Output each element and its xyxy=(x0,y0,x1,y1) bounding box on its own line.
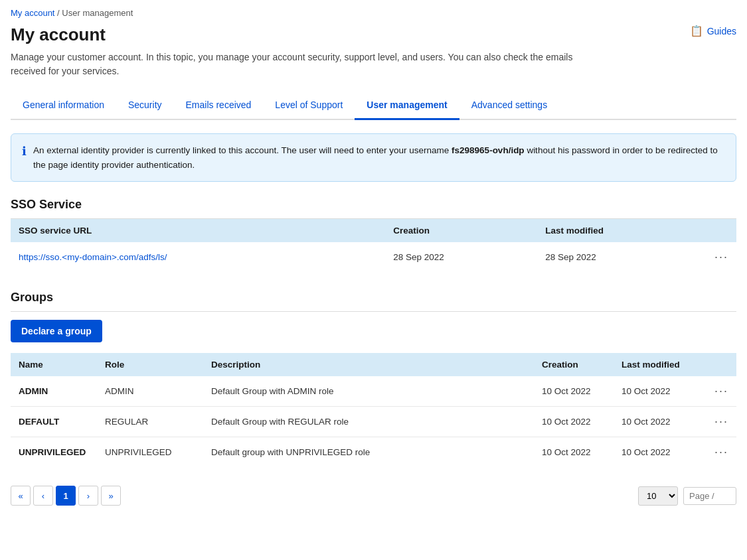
tab-user-management[interactable]: User management xyxy=(355,92,459,120)
tab-general-information[interactable]: General information xyxy=(11,92,116,120)
group-modified-default: 10 Oct 2022 xyxy=(614,407,706,437)
group-creation-admin: 10 Oct 2022 xyxy=(534,376,614,407)
groups-table-header: Name Role Description Creation Last modi… xyxy=(11,353,736,376)
pagination-page-1[interactable]: 1 xyxy=(56,486,76,506)
group-modified-unprivileged: 10 Oct 2022 xyxy=(614,437,706,468)
sso-url-link[interactable]: https://sso.<my-domain>.com/adfs/ls/ xyxy=(19,252,167,262)
groups-col-name: Name xyxy=(11,353,97,376)
page-size-select[interactable]: 10 25 50 100 xyxy=(638,486,678,506)
info-banner-username: fs298965-ovh/idp xyxy=(452,145,525,155)
pagination-prev[interactable]: ‹ xyxy=(33,486,53,506)
group-actions-admin[interactable]: ··· xyxy=(706,376,736,407)
group-role-unprivileged: UNPRIVILEGED xyxy=(97,437,203,468)
group-desc-admin: Default Group with ADMIN role xyxy=(203,376,534,407)
page-buttons: « ‹ 1 › » xyxy=(11,486,121,506)
guides-button[interactable]: 📋 Guides xyxy=(690,25,736,37)
group-role-admin: ADMIN xyxy=(97,376,203,407)
group-modified-admin: 10 Oct 2022 xyxy=(614,376,706,407)
groups-section: Groups Declare a group Name Role Descrip… xyxy=(11,291,736,467)
group-desc-unprivileged: Default group with UNPRIVILEGED role xyxy=(203,437,534,468)
group-desc-default: Default Group with REGULAR role xyxy=(203,407,534,437)
sso-url-cell: https://sso.<my-domain>.com/adfs/ls/ xyxy=(11,242,385,272)
table-row: UNPRIVILEGED UNPRIVILEGED Default group … xyxy=(11,437,736,468)
breadcrumb: My account / User management xyxy=(11,8,736,18)
table-row: DEFAULT REGULAR Default Group with REGUL… xyxy=(11,407,736,437)
table-row: https://sso.<my-domain>.com/adfs/ls/ 28 … xyxy=(11,242,736,272)
sso-table: SSO service URL Creation Last modified h… xyxy=(11,219,736,272)
table-row: ADMIN ADMIN Default Group with ADMIN rol… xyxy=(11,376,736,407)
sso-row-actions[interactable]: ··· xyxy=(706,242,736,272)
group-name-default: DEFAULT xyxy=(11,407,97,437)
groups-table: Name Role Description Creation Last modi… xyxy=(11,353,736,467)
groups-col-last-modified: Last modified xyxy=(614,353,706,376)
group-creation-default: 10 Oct 2022 xyxy=(534,407,614,437)
sso-col-creation: Creation xyxy=(385,219,537,242)
pagination-next[interactable]: › xyxy=(78,486,98,506)
pagination-first[interactable]: « xyxy=(11,486,31,506)
breadcrumb-link[interactable]: My account xyxy=(11,8,54,18)
info-banner: ℹ An external identity provider is curre… xyxy=(11,133,736,182)
sso-table-header: SSO service URL Creation Last modified xyxy=(11,219,736,242)
sso-section-title: SSO Service xyxy=(11,198,736,219)
pagination: « ‹ 1 › » 10 25 50 100 xyxy=(11,486,736,506)
sso-last-modified-cell: 28 Sep 2022 xyxy=(537,242,706,272)
groups-col-creation: Creation xyxy=(534,353,614,376)
group-name-unprivileged: UNPRIVILEGED xyxy=(11,437,97,468)
tab-level-of-support[interactable]: Level of Support xyxy=(263,92,355,120)
sso-creation-cell: 28 Sep 2022 xyxy=(385,242,537,272)
sso-col-last-modified: Last modified xyxy=(537,219,706,242)
sso-col-url: SSO service URL xyxy=(11,219,385,242)
group-actions-default[interactable]: ··· xyxy=(706,407,736,437)
groups-col-role: Role xyxy=(97,353,203,376)
breadcrumb-current: User management xyxy=(62,8,133,18)
page-title: My account xyxy=(11,25,106,45)
group-actions-unprivileged[interactable]: ··· xyxy=(706,437,736,468)
info-banner-text: An external identity provider is current… xyxy=(33,143,725,172)
info-icon: ℹ xyxy=(22,144,27,159)
group-role-default: REGULAR xyxy=(97,407,203,437)
tab-security[interactable]: Security xyxy=(116,92,174,120)
page-number-input[interactable] xyxy=(683,487,736,505)
page-description: Manage your customer account. In this to… xyxy=(11,50,582,78)
book-icon: 📋 xyxy=(690,25,703,37)
group-name-admin: ADMIN xyxy=(11,376,97,407)
sso-section: SSO Service SSO service URL Creation Las… xyxy=(11,198,736,272)
guides-label: Guides xyxy=(707,26,736,36)
pagination-last[interactable]: » xyxy=(101,486,121,506)
info-text-before: An external identity provider is current… xyxy=(33,145,452,155)
declare-group-button[interactable]: Declare a group xyxy=(11,320,102,342)
groups-col-description: Description xyxy=(203,353,534,376)
groups-section-title: Groups xyxy=(11,291,736,312)
tabs-nav: General information Security Emails rece… xyxy=(11,92,736,120)
group-creation-unprivileged: 10 Oct 2022 xyxy=(534,437,614,468)
page-size-section: 10 25 50 100 xyxy=(638,486,736,506)
tab-emails-received[interactable]: Emails received xyxy=(174,92,264,120)
tab-advanced-settings[interactable]: Advanced settings xyxy=(459,92,559,120)
page-header: My account 📋 Guides xyxy=(11,25,736,45)
